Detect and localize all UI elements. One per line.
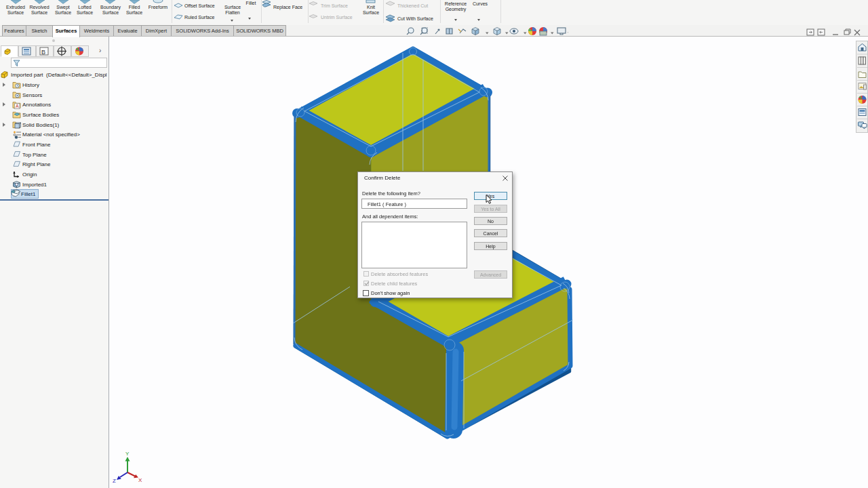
svg-text:Z: Z — [113, 478, 116, 484]
svg-text:X: X — [138, 477, 142, 483]
svg-text:Y: Y — [125, 451, 130, 457]
svg-text:A: A — [16, 104, 19, 108]
